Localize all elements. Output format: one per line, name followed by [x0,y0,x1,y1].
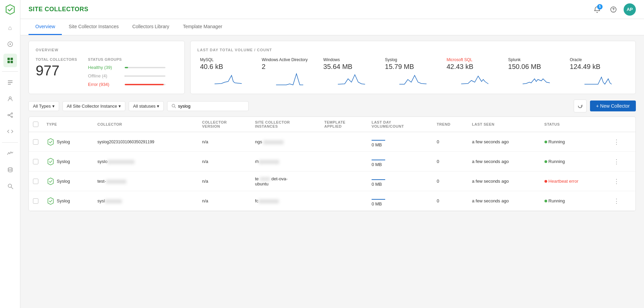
type-filter-label: All Types [33,104,51,109]
row3-checkbox-cell [29,171,42,191]
row4-checkbox[interactable] [33,198,38,204]
syslog-icon-3 [47,177,55,185]
total-collectors-value: 977 [36,64,77,78]
page-title: SITE COLLECTORS [29,6,88,13]
table-row: Syslog sysl n/a fc 0 MB [29,191,636,211]
row1-more-button[interactable]: ⋮ [612,138,621,146]
metric-syslog-value: 15.79 MB [385,63,441,71]
tab-collectors-library[interactable]: Collectors Library [125,19,176,35]
sidebar: ⌂ [0,0,20,308]
table-header-row: TYPE COLLECTOR COLLECTORVERSION SITE COL… [29,117,636,132]
row4-more-button[interactable]: ⋮ [612,197,621,205]
header-actions: 5 AP [591,3,636,16]
metric-splunk-value: 150.06 MB [508,63,564,71]
th-last-seen: LAST SEEN [468,117,540,132]
search-box [167,101,249,111]
row3-more-button[interactable]: ⋮ [612,178,621,185]
svg-marker-25 [48,158,53,165]
sidebar-item-connections[interactable] [3,108,17,122]
instance-filter[interactable]: All Site Collector Instance ▾ [62,101,125,111]
row3-collector: test- [93,171,198,191]
row4-last-seen: a few seconds ago [468,191,540,211]
user-avatar[interactable]: AP [624,3,636,16]
row2-status-label: Running [549,159,565,164]
metric-splunk: Splunk 150.06 MB [505,57,567,87]
overview-card-inner: TOTAL COLLECTORS 977 STATUS GROUPS Healt… [36,57,178,87]
sidebar-item-logs[interactable] [3,76,17,89]
notification-button[interactable]: 5 [591,3,603,16]
sparkline-windows-ad [262,72,318,86]
row2-type: Syslog [57,159,70,164]
new-collector-button[interactable]: + New Collector [590,101,636,111]
svg-rect-8 [8,82,13,83]
status-groups-block: STATUS GROUPS Healthy (39) Offline (4) [88,57,165,87]
row4-instance-prefix: fc [255,198,258,203]
tab-overview[interactable]: Overview [29,19,62,35]
sidebar-item-data[interactable] [3,163,17,177]
row2-instances: rh [251,152,320,171]
row4-template [320,191,368,211]
row3-more: ⋮ [608,171,636,191]
sidebar-item-collectors[interactable] [3,54,17,67]
svg-rect-6 [11,61,13,63]
row1-template [320,132,368,152]
error-fill [125,84,164,85]
offline-label: Offline (4) [88,73,122,78]
metric-mysql-name: MySQL [200,57,256,62]
notification-badge: 5 [597,4,603,10]
sidebar-item-code[interactable] [3,125,17,138]
row4-checkbox-cell [29,191,42,211]
row3-type: Syslog [57,179,70,184]
healthy-label: Healthy (39) [88,65,122,70]
sidebar-item-home[interactable]: ⌂ [3,21,17,35]
row2-more-button[interactable]: ⋮ [612,158,621,165]
main-content: SITE COLLECTORS 5 AP Overview Site Colle… [20,0,644,308]
status-filter[interactable]: All statuses ▾ [129,101,164,111]
sidebar-item-monitoring[interactable] [3,147,17,160]
row3-status-label: Heartbeat error [549,179,578,184]
th-trend: TREND [433,117,468,132]
row1-version: n/a [198,132,251,152]
instance-filter-label: All Site Collector Instance [67,104,117,109]
volume-card: LAST DAY TOTAL VOLUME / COUNT MySQL 40.6… [190,41,636,94]
sidebar-item-search[interactable] [3,179,17,193]
sidebar-item-dashboard[interactable] [3,37,17,51]
svg-point-10 [9,97,11,99]
status-groups: Healthy (39) Offline (4) Error (934) [88,64,165,87]
row2-prefix: syslo [97,159,108,164]
row3-checkbox[interactable] [33,179,38,184]
row1-last-seen: a few seconds ago [468,132,540,152]
row1-checkbox[interactable] [33,139,38,145]
tab-template-manager[interactable]: Template Manager [176,19,229,35]
content-area: OVERVIEW TOTAL COLLECTORS 977 STATUS GRO… [20,35,644,308]
row2-trend: 0 [433,152,468,171]
svg-marker-0 [6,5,14,14]
syslog-icon [47,138,55,146]
row4-status-dot [544,200,547,202]
row3-instance-blurred [260,177,270,181]
row1-status-label: Running [549,139,565,144]
row2-checkbox[interactable] [33,159,38,164]
cards-row: OVERVIEW TOTAL COLLECTORS 977 STATUS GRO… [29,41,636,94]
tab-site-collector-instances[interactable]: Site Collector Instances [62,19,125,35]
metric-oracle: Oracle 124.49 kB [567,57,629,87]
row2-instance-blurred [259,160,279,164]
row4-type: Syslog [57,198,70,203]
sidebar-item-users[interactable] [3,92,17,106]
row1-volume-value: 0 MB [372,142,382,147]
refresh-button[interactable] [574,99,587,112]
select-all-checkbox[interactable] [33,122,38,127]
svg-point-12 [11,113,13,114]
row1-status-dot [544,141,547,143]
type-filter[interactable]: All Types ▾ [29,101,59,111]
svg-point-20 [613,11,613,11]
status-healthy: Healthy (39) [88,65,165,70]
table-row: Syslog syslo n/a rh 0 MB [29,152,636,171]
search-icon [172,104,176,108]
row4-blurred [105,199,122,203]
row1-instance-blurred [263,140,284,144]
row3-template [320,171,368,191]
refresh-icon [577,103,583,109]
search-input[interactable] [178,104,244,109]
help-button[interactable] [607,3,620,16]
